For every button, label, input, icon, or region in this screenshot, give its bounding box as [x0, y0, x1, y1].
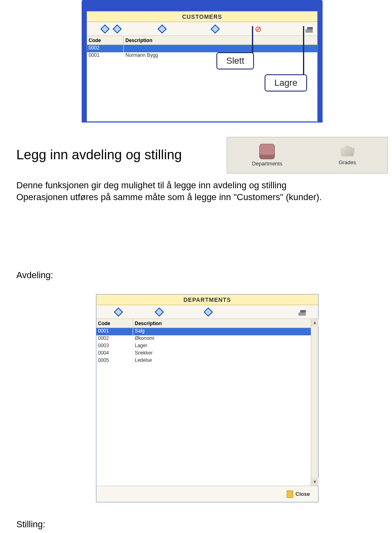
grades-label: Grades [339, 159, 356, 165]
callout-connector [303, 26, 304, 75]
departments-icon [260, 144, 274, 159]
quick-buttons-bar: Departments Grades [227, 137, 388, 174]
scroll-down-icon[interactable]: ▼ [311, 478, 318, 486]
customers-column-header: Code Description [87, 36, 317, 45]
close-button[interactable]: Close [283, 489, 313, 500]
cell-code: 0002 [96, 335, 133, 343]
departments-toolbar [96, 305, 318, 319]
col-description: Description [133, 319, 318, 328]
save-icon[interactable] [296, 308, 308, 317]
delete-icon[interactable] [252, 25, 264, 33]
departments-window: DEPARTMENTS Code Description 0001 Salg 0… [96, 294, 318, 502]
cell-code: 0002 [87, 45, 124, 52]
scroll-up-icon[interactable]: ▲ [311, 319, 318, 326]
nav-first-icon[interactable] [99, 25, 111, 33]
table-row[interactable]: 0001 Salg [96, 328, 311, 335]
cell-desc: Salg [133, 328, 311, 335]
table-row[interactable]: 0001 Normann Bygg [87, 52, 317, 60]
customers-title: CUSTOMERS [87, 11, 317, 22]
section-paragraph: Denne funksjonen gir deg mulighet til å … [16, 180, 376, 203]
scrollbar[interactable]: ▲ ▼ [311, 319, 318, 486]
table-row[interactable]: 0004 Snekker [96, 350, 311, 357]
delete-record-icon[interactable] [203, 308, 214, 317]
cell-code: 0005 [96, 357, 133, 365]
col-code: Code [96, 319, 133, 328]
table-row[interactable]: 0005 Ledelse [96, 357, 311, 365]
customers-window-inner: CUSTOMERS Code Description 0002 0001 Nor… [87, 11, 318, 122]
col-description: Description [124, 36, 317, 45]
cell-desc: Ledelse [133, 357, 311, 365]
departments-button[interactable]: Departments [227, 137, 307, 173]
close-label: Close [296, 491, 310, 497]
departments-list: 0001 Salg 0002 Økonomi 0003 Lager 0004 S… [96, 328, 311, 486]
cell-desc: Økonomi [133, 335, 311, 343]
callout-save: Lagre [265, 74, 307, 91]
nav-next-icon[interactable] [156, 25, 168, 33]
nav-prev-icon[interactable] [111, 25, 123, 33]
grades-icon [340, 145, 355, 158]
avdeling-label: Avdeling: [16, 270, 53, 281]
table-row[interactable]: 0002 [87, 45, 317, 52]
grades-button[interactable]: Grades [307, 137, 388, 173]
cell-desc: Lager [133, 343, 311, 350]
stilling-label: Stilling: [16, 519, 45, 531]
add-record-icon[interactable] [113, 308, 124, 317]
departments-column-header: Code Description [96, 319, 318, 328]
callout-connector [252, 26, 253, 55]
customers-toolbar [87, 22, 317, 36]
callout-delete: Slett [216, 52, 254, 69]
edit-record-icon[interactable] [154, 308, 165, 317]
nav-last-icon[interactable] [209, 25, 221, 33]
col-code: Code [87, 36, 124, 45]
cell-code: 0003 [96, 343, 133, 350]
table-row[interactable]: 0003 Lager [96, 343, 311, 350]
cell-desc: Snekker [133, 350, 311, 357]
departments-label: Departments [252, 161, 282, 167]
cell-desc [124, 45, 317, 52]
save-icon[interactable] [303, 25, 315, 33]
cell-code: 0001 [87, 52, 124, 60]
customers-window: CUSTOMERS Code Description 0002 0001 Nor… [82, 0, 323, 123]
table-row[interactable]: 0002 Økonomi [96, 335, 311, 343]
departments-title: DEPARTMENTS [96, 294, 318, 305]
cell-code: 0004 [96, 350, 133, 357]
cell-code: 0001 [96, 328, 133, 335]
section-heading: Legg inn avdeling og stilling [16, 147, 182, 163]
departments-footer: Close [96, 486, 318, 502]
